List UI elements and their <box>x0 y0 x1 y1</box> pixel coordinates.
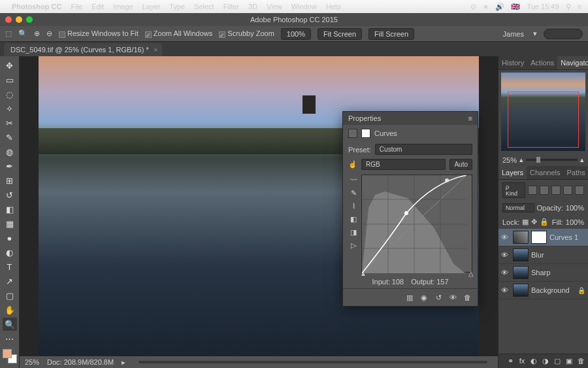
layer-row[interactable]: 👁 Sharp <box>498 264 588 282</box>
curve-pencil-tool[interactable]: ✎ <box>348 188 359 198</box>
trash-icon[interactable]: 🗑 <box>576 357 585 365</box>
search-field[interactable] <box>544 29 583 39</box>
navigator-viewbox[interactable] <box>508 92 578 148</box>
panel-menu-icon[interactable]: ≡ <box>468 114 472 122</box>
status-zoom[interactable]: 25% <box>25 358 39 366</box>
tool-hand[interactable]: ✋ <box>3 303 17 316</box>
filter-shape-icon[interactable] <box>563 186 572 195</box>
layer-name[interactable]: Background <box>531 286 570 294</box>
scrubby-checkbox[interactable] <box>219 31 225 38</box>
flag-icon[interactable]: 🇬🇧 <box>511 3 520 11</box>
clip-icon[interactable]: ▥ <box>404 293 415 302</box>
nav-zoom-value[interactable]: 25% <box>502 156 517 164</box>
layer-row[interactable]: 👁 Curves 1 <box>498 229 588 246</box>
menu-view[interactable]: View <box>267 3 282 10</box>
layer-name[interactable]: Curves 1 <box>549 233 578 241</box>
zoom-out-icon[interactable]: ⊖ <box>46 29 52 38</box>
menu-image[interactable]: Image <box>113 3 133 10</box>
nav-zoom-slider[interactable] <box>526 159 578 161</box>
lock-pos-icon[interactable]: ✥ <box>531 218 537 226</box>
preset-select[interactable]: Custom <box>375 144 472 155</box>
link-layers-icon[interactable]: ⚭ <box>506 357 515 365</box>
tool-path[interactable]: ↗ <box>3 275 17 288</box>
menu-type[interactable]: Type <box>169 3 185 10</box>
zoom-in-icon[interactable]: ⊕ <box>34 29 40 38</box>
tool-wand[interactable]: ✧ <box>3 102 17 115</box>
layer-name[interactable]: Blur <box>531 251 544 259</box>
channel-select[interactable]: RGB <box>361 159 446 170</box>
blend-mode-select[interactable]: Normal <box>502 203 534 212</box>
opacity-value[interactable]: 100% <box>566 204 584 212</box>
document-tab[interactable]: DSC_5049.tif @ 25% (Curves 1, RGB/16) * … <box>4 43 162 56</box>
fill-value[interactable]: 100% <box>566 218 584 226</box>
fit-screen-button[interactable]: Fit Screen <box>318 28 362 40</box>
channel-picker-icon[interactable]: ☝ <box>348 160 357 169</box>
spotlight-icon[interactable]: ⚲ <box>566 3 571 11</box>
user-label[interactable]: James <box>503 30 524 38</box>
tool-eraser[interactable]: ◧ <box>3 203 17 216</box>
visibility-icon[interactable]: 👁 <box>501 233 510 241</box>
black-slider-icon[interactable]: ▲ <box>360 270 367 277</box>
status-doc[interactable]: Doc: 208.9M/820.8M <box>47 358 114 366</box>
layer-mask[interactable] <box>531 231 547 244</box>
visibility-icon[interactable]: 👁 <box>501 286 510 294</box>
output-value[interactable]: 157 <box>436 278 448 286</box>
tool-move[interactable]: ✥ <box>3 59 17 72</box>
tool-history-brush[interactable]: ↺ <box>3 188 17 201</box>
reset-icon[interactable]: ↺ <box>433 293 444 302</box>
group-icon[interactable]: ▢ <box>553 357 562 365</box>
tab-history[interactable]: History <box>498 56 527 69</box>
layer-thumb[interactable] <box>513 248 529 261</box>
tab-actions[interactable]: Actions <box>527 56 557 69</box>
new-layer-icon[interactable]: ▣ <box>564 357 574 365</box>
menu-edit[interactable]: Edit <box>91 3 104 10</box>
notifications-icon[interactable]: ≡ <box>578 3 581 10</box>
tool-marquee[interactable]: ▭ <box>3 73 17 86</box>
tool-dodge[interactable]: ◐ <box>3 246 17 259</box>
white-point-icon[interactable]: ▷ <box>348 240 359 250</box>
close-window-icon[interactable] <box>5 16 12 23</box>
scroll-slider[interactable] <box>139 361 487 363</box>
menu-3d[interactable]: 3D <box>248 3 257 10</box>
curves-graph[interactable]: ▲ △ <box>361 175 472 273</box>
curve-point[interactable] <box>404 211 408 215</box>
status-icon[interactable]: ⊙ <box>470 3 476 11</box>
layer-row[interactable]: 👁 Background 🔒 <box>498 282 588 299</box>
curve-smooth-tool[interactable]: ⌇ <box>348 201 359 211</box>
curve-point-tool[interactable]: 〰 <box>348 175 359 185</box>
menu-app[interactable]: Photoshop CC <box>12 3 61 10</box>
menu-filter[interactable]: Filter <box>223 3 239 10</box>
fx-icon[interactable]: fx <box>517 357 527 365</box>
tab-channels[interactable]: Channels <box>527 166 563 179</box>
layer-thumb[interactable] <box>513 231 529 244</box>
navigator-preview[interactable] <box>501 73 585 151</box>
nav-zoom-in-icon[interactable]: ▴ <box>580 156 584 164</box>
mask-icon[interactable]: ◐ <box>529 357 538 365</box>
menu-help[interactable]: Help <box>326 3 341 10</box>
layer-thumb[interactable] <box>513 284 529 297</box>
layer-name[interactable]: Sharp <box>531 269 550 276</box>
menu-window[interactable]: Window <box>291 3 317 10</box>
color-swatches[interactable] <box>3 349 17 363</box>
nav-zoom-out-icon[interactable]: ▴ <box>519 156 523 164</box>
view-previous-icon[interactable]: ◉ <box>419 293 429 302</box>
filter-adj-icon[interactable] <box>540 186 549 195</box>
properties-header[interactable]: Properties ≡ <box>343 112 478 125</box>
tab-layers[interactable]: Layers <box>498 166 527 179</box>
filter-txt-icon[interactable] <box>551 186 561 195</box>
layer-thumb[interactable] <box>513 266 529 279</box>
tool-brush[interactable]: ✒ <box>3 159 17 173</box>
filter-img-icon[interactable] <box>528 186 537 195</box>
properties-panel[interactable]: Properties ≡ Curves Preset: Custom ☝ RGB… <box>342 111 478 307</box>
home-icon[interactable]: ⬚ <box>5 29 12 38</box>
lock-all-icon[interactable]: 🔒 <box>540 218 549 226</box>
tool-blur[interactable]: ● <box>3 231 17 244</box>
minimize-window-icon[interactable] <box>16 16 22 23</box>
zoom-100-button[interactable]: 100% <box>281 28 311 40</box>
white-slider-icon[interactable]: △ <box>468 270 474 277</box>
visibility-icon[interactable]: 👁 <box>501 251 510 259</box>
zoom-all-checkbox[interactable] <box>145 31 152 38</box>
menu-select[interactable]: Select <box>194 3 214 10</box>
tool-gradient[interactable]: ▦ <box>3 217 17 230</box>
clock[interactable]: Tue 15:49 <box>527 3 559 10</box>
